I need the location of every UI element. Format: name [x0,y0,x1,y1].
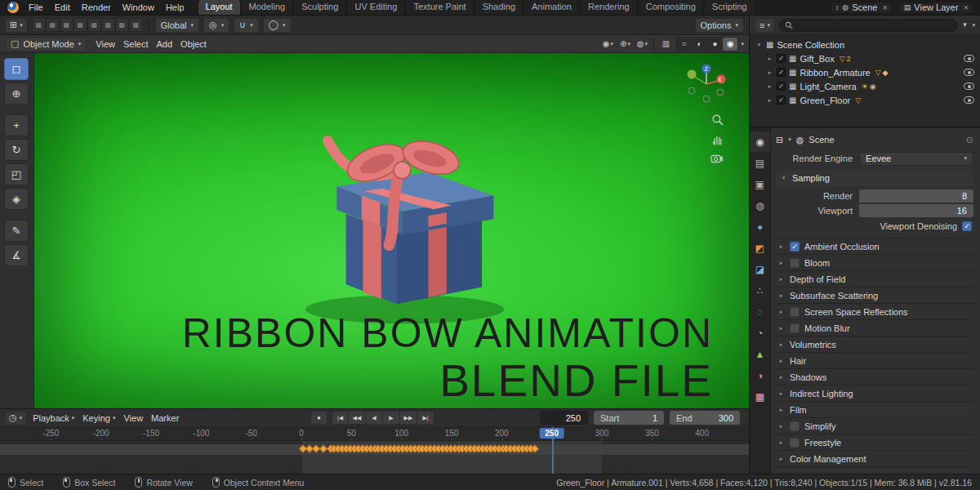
properties-tab-object[interactable]: ◩ [750,238,770,258]
current-frame-field[interactable]: 250 [541,411,588,425]
viewport-menu-add[interactable]: Add [153,38,177,51]
disclosure-triangle-icon[interactable]: ▸ [777,325,785,332]
tool-setting-toggle[interactable]: ▦ [46,18,60,32]
visibility-eye-icon[interactable] [964,55,974,62]
properties-tab-texture[interactable]: ▦ [750,386,770,407]
properties-tab-output[interactable]: ▤ [750,153,770,173]
checkbox-ambient-occlusion[interactable]: ✓ [790,242,800,252]
visibility-eye-icon[interactable] [964,82,974,90]
tool-scale[interactable]: ◰ [4,163,29,185]
panel-freestyle[interactable]: ▸Freestyle [776,434,973,451]
pan-hand-icon[interactable] [711,133,724,145]
disclosure-triangle-icon[interactable]: ▸ [777,309,785,315]
viewport-menu-object[interactable]: Object [176,38,211,51]
frame-end-field[interactable]: End 300 [670,411,740,425]
menu-window[interactable]: Window [117,1,160,14]
disclosure-triangle-icon[interactable]: ▸ [766,56,773,62]
disclosure-triangle-icon[interactable]: ▸ [777,260,785,266]
properties-tab-physics[interactable]: ◌ [750,301,770,322]
panel-ambient-occlusion[interactable]: ▸✓Ambient Occlusion [776,238,973,255]
menu-help[interactable]: Help [160,1,190,14]
play-reverse-button[interactable]: ◀ [366,411,383,425]
outliner-checkbox[interactable]: ✓ [777,68,786,77]
timeline-track[interactable] [0,440,749,474]
3d-viewport-canvas[interactable]: RIBBON BOW ANIMATION BLEND FILE [34,53,749,408]
editor-type-dropdown[interactable]: ⊞ ▾ [5,18,28,33]
disclosure-triangle-icon[interactable]: ▸ [777,358,785,364]
sampling-panel-header[interactable]: ▾ Sampling [776,170,973,186]
tool-setting-toggle[interactable]: ▦ [87,18,101,32]
disclosure-triangle-icon[interactable]: ▸ [777,374,785,381]
tool-rotate[interactable]: ↻ [4,139,29,161]
scene-selector[interactable]: ↕ ◍ Scene × [831,2,893,14]
panel-film[interactable]: ▸Film [776,402,973,418]
visibility-eye-icon[interactable] [964,96,974,104]
checkbox-screen-space-reflections[interactable] [790,307,800,317]
browse-scene-icon[interactable]: ↕ [835,3,840,11]
disclosure-triangle-icon[interactable]: ▸ [777,243,785,250]
disclosure-triangle-icon[interactable]: ▸ [777,390,785,397]
disclosure-triangle-icon[interactable]: ▸ [777,292,785,299]
panel-indirect-lighting[interactable]: ▸Indirect Lighting [776,385,973,402]
disclosure-triangle-icon[interactable]: ▾ [755,42,763,48]
panel-shadows[interactable]: ▸Shadows [776,369,973,385]
panel-subsurface-scattering[interactable]: ▸Subsurface Scattering [776,287,973,304]
jump-to-start-button[interactable]: |◀ [332,411,349,425]
options-dropdown[interactable]: Options ▾ [695,18,744,33]
pivot-point-dropdown[interactable]: ◎ ▾ [203,18,229,33]
tool-annotate[interactable]: ✎ [4,220,29,242]
disclosure-triangle-icon[interactable]: ▸ [766,83,773,90]
blender-logo-icon[interactable] [7,2,19,13]
camera-view-icon[interactable] [710,153,724,163]
tool-select-box[interactable]: ◻ [4,58,29,80]
filter-icon[interactable]: ▼ [962,21,969,29]
workspace-tab-sculpting[interactable]: Sculpting [294,0,346,15]
workspace-tab-uv-editing[interactable]: UV Editing [347,0,405,15]
tool-setting-toggle[interactable]: ▦ [32,18,46,32]
timeline-menu-view[interactable]: View [119,412,147,425]
panel-hair[interactable]: ▸Hair [776,353,973,369]
properties-editor-icon[interactable]: ⊟ [776,135,783,145]
mode-dropdown[interactable]: ▢ Object Mode ▾ [5,37,87,51]
tool-setting-toggle[interactable]: ▦ [60,18,74,32]
unlink-scene-icon[interactable]: × [882,2,887,12]
tool-setting-toggle[interactable]: ▦ [115,18,129,32]
shading-wireframe-button[interactable]: ○ [676,38,691,51]
menu-render[interactable]: Render [76,1,117,14]
disclosure-triangle-icon[interactable]: ▸ [777,423,785,430]
disclosure-triangle-icon[interactable]: ▸ [766,69,773,76]
properties-tab-scene[interactable]: ◍ [750,195,770,216]
shading-material-button[interactable]: ● [707,38,722,51]
panel-color-management[interactable]: ▸Color Management [776,451,973,467]
zoom-icon[interactable] [711,114,724,126]
tool-move[interactable]: + [4,114,29,136]
tool-measure[interactable]: ∡ [4,244,29,266]
overlays-dropdown[interactable]: ◍ ▾ [635,38,649,51]
frame-start-field[interactable]: Start 1 [594,411,664,425]
play-button[interactable]: ▶ [383,411,400,425]
disclosure-triangle-icon[interactable]: ▸ [777,276,785,283]
disclosure-triangle-icon[interactable]: ▸ [777,439,785,446]
workspace-tab-rendering[interactable]: Rendering [581,0,638,15]
view-layer-selector[interactable]: ▤ View Layer × [899,2,973,14]
transform-orientation-dropdown[interactable]: Global ▾ [155,18,199,33]
outliner-editor-type-dropdown[interactable]: ≡ ▾ [755,18,775,33]
gizmos-dropdown[interactable]: ⊕ ▾ [617,38,632,51]
sampling-render-field[interactable]: 8 [859,189,973,203]
panel-screen-space-reflections[interactable]: ▸Screen Space Reflections [776,304,973,320]
tool-transform[interactable]: ◈ [4,188,29,210]
checkbox-bloom[interactable] [790,258,800,268]
workspace-tab-compositing[interactable]: Compositing [639,0,704,15]
properties-tab-particles[interactable]: ∴ [750,280,770,301]
shading-solid-button[interactable]: ◐ [692,38,706,51]
auto-keyframe-button[interactable]: ● [310,411,327,425]
tool-setting-toggle[interactable]: ▦ [101,18,115,32]
checkbox-freestyle[interactable] [790,438,800,448]
disclosure-triangle-icon[interactable]: ▸ [777,407,785,413]
outliner-search-input[interactable] [779,19,958,32]
viewport-menu-select[interactable]: Select [119,38,153,51]
checkbox-motion-blur[interactable] [790,323,800,333]
workspace-tab-layout[interactable]: Layout [198,0,241,15]
disclosure-triangle-icon[interactable]: ▸ [766,97,773,104]
outliner-checkbox[interactable]: ✓ [777,96,786,105]
